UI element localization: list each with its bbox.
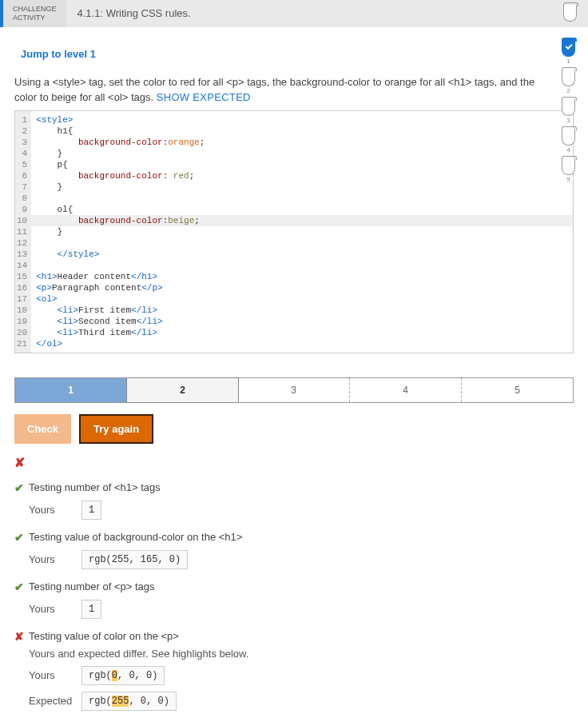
instruction-text: Using a <style> tag, set the color to re…: [14, 74, 554, 106]
test-2: ✔Testing value of background-color on th…: [14, 531, 574, 569]
expected-value: rgb(255, 0, 0): [81, 692, 177, 711]
level-tabs: 1 2 3 4 5: [14, 377, 574, 403]
shield-icon: [562, 158, 575, 175]
yours-label: Yours: [29, 669, 74, 681]
yours-label: Yours: [29, 504, 74, 516]
expected-label: Expected: [29, 695, 74, 707]
test-3: ✔Testing number of <p> tags Yours1: [14, 580, 574, 619]
level-tab-1[interactable]: 1: [15, 378, 127, 402]
code-area[interactable]: <style> h1{ background-color:orange; } p…: [31, 111, 573, 353]
progress-item-3[interactable]: 3: [562, 99, 575, 124]
check-icon: ✔: [14, 481, 24, 494]
x-icon: ✘: [14, 630, 24, 643]
progress-item-1[interactable]: 1: [562, 40, 575, 65]
challenge-line1: CHALLENGE: [13, 5, 57, 14]
shield-icon: [562, 129, 575, 146]
test-4: ✘Testing value of color on the <p> Yours…: [14, 630, 574, 711]
header-bar: CHALLENGE ACTIVITY 4.1.1: Writing CSS ru…: [0, 0, 588, 27]
yours-label: Yours: [29, 553, 74, 565]
shield-icon: [562, 99, 575, 116]
progress-item-4[interactable]: 4: [562, 129, 575, 154]
yours-label: Yours: [29, 603, 74, 615]
show-expected-link[interactable]: SHOW EXPECTED: [157, 91, 251, 103]
button-row: Check Try again: [14, 414, 574, 444]
activity-title: 4.1.1: Writing CSS rules.: [66, 7, 191, 19]
check-button[interactable]: Check: [14, 414, 71, 444]
test-1: ✔Testing number of <h1> tags Yours1: [14, 481, 574, 520]
header-shield: [563, 5, 577, 24]
check-icon: ✔: [14, 580, 24, 593]
shield-icon: [562, 70, 575, 86]
content-area: Jump to level 1 Using a <style> tag, set…: [0, 27, 588, 714]
challenge-badge: CHALLENGE ACTIVITY: [0, 0, 66, 27]
test-label: Testing value of background-color on the…: [29, 531, 242, 543]
test-label: Testing value of color on the <p>: [29, 630, 179, 642]
yours-value: rgb(255, 165, 0): [81, 550, 188, 569]
progress-item-5[interactable]: 5: [562, 158, 575, 183]
jump-to-level-link[interactable]: Jump to level 1: [21, 48, 574, 60]
test-label: Testing number of <h1> tags: [29, 481, 161, 493]
shield-icon: [563, 5, 577, 22]
level-tab-4[interactable]: 4: [350, 378, 462, 402]
try-again-button[interactable]: Try again: [79, 414, 153, 444]
shield-icon: [562, 40, 575, 57]
overall-fail: ✘: [14, 455, 574, 470]
line-gutter: 123456789101112131415161718192021: [15, 111, 31, 353]
check-icon: ✔: [14, 531, 24, 544]
yours-value: 1: [81, 600, 101, 619]
test-label: Testing number of <p> tags: [29, 580, 155, 592]
x-icon: ✘: [14, 456, 25, 469]
progress-item-2[interactable]: 2: [562, 70, 575, 94]
level-tab-3[interactable]: 3: [238, 378, 350, 402]
yours-value: rgb(0, 0, 0): [81, 666, 165, 685]
code-editor[interactable]: 123456789101112131415161718192021 <style…: [14, 110, 574, 353]
instruction-body: Using a <style> tag, set the color to re…: [14, 76, 534, 104]
diff-message: Yours and expected differ. See highlight…: [14, 648, 574, 660]
level-tab-2[interactable]: 2: [126, 377, 239, 403]
yours-value: 1: [81, 501, 101, 520]
level-tab-5[interactable]: 5: [462, 378, 573, 402]
progress-column: 1 2 3 4 5: [562, 40, 575, 183]
challenge-line2: ACTIVITY: [13, 14, 57, 22]
